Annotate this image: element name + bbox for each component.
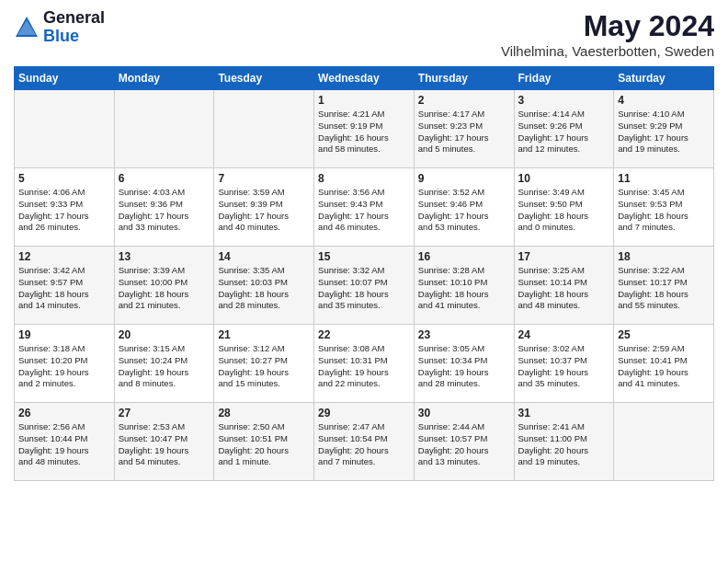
calendar-body: 1Sunrise: 4:21 AM Sunset: 9:19 PM Daylig… bbox=[15, 90, 714, 481]
calendar-cell bbox=[114, 90, 214, 168]
calendar-week-1: 1Sunrise: 4:21 AM Sunset: 9:19 PM Daylig… bbox=[15, 90, 714, 168]
day-info: Sunrise: 2:50 AM Sunset: 10:51 PM Daylig… bbox=[218, 421, 310, 468]
calendar-cell: 20Sunrise: 3:15 AM Sunset: 10:24 PM Dayl… bbox=[114, 325, 214, 403]
logo-icon bbox=[14, 15, 40, 40]
calendar-week-3: 12Sunrise: 3:42 AM Sunset: 9:57 PM Dayli… bbox=[15, 247, 714, 325]
calendar-cell bbox=[214, 90, 314, 168]
day-number: 16 bbox=[418, 250, 510, 263]
day-number: 11 bbox=[618, 172, 710, 185]
calendar-week-5: 26Sunrise: 2:56 AM Sunset: 10:44 PM Dayl… bbox=[15, 403, 714, 481]
day-number: 27 bbox=[119, 407, 210, 419]
calendar-cell: 28Sunrise: 2:50 AM Sunset: 10:51 PM Dayl… bbox=[214, 403, 314, 481]
logo: General Blue bbox=[14, 9, 105, 46]
day-info: Sunrise: 3:25 AM Sunset: 10:14 PM Daylig… bbox=[518, 265, 610, 312]
day-info: Sunrise: 2:44 AM Sunset: 10:57 PM Daylig… bbox=[418, 421, 510, 468]
page-header: General Blue May 2024 Vilhelmina, Vaeste… bbox=[14, 9, 714, 59]
day-info: Sunrise: 3:39 AM Sunset: 10:00 PM Daylig… bbox=[119, 265, 210, 312]
day-info: Sunrise: 4:06 AM Sunset: 9:33 PM Dayligh… bbox=[18, 187, 110, 234]
logo-blue: Blue bbox=[43, 28, 105, 46]
day-info: Sunrise: 2:59 AM Sunset: 10:41 PM Daylig… bbox=[618, 343, 710, 390]
calendar-cell: 6Sunrise: 4:03 AM Sunset: 9:36 PM Daylig… bbox=[114, 168, 214, 247]
day-number: 31 bbox=[518, 407, 610, 419]
day-number: 3 bbox=[518, 94, 610, 107]
calendar-cell: 2Sunrise: 4:17 AM Sunset: 9:23 PM Daylig… bbox=[414, 90, 514, 168]
calendar-cell: 1Sunrise: 4:21 AM Sunset: 9:19 PM Daylig… bbox=[314, 90, 415, 168]
day-number: 15 bbox=[318, 250, 410, 263]
day-number: 14 bbox=[218, 250, 310, 263]
day-info: Sunrise: 4:14 AM Sunset: 9:26 PM Dayligh… bbox=[518, 109, 610, 155]
calendar-cell: 27Sunrise: 2:53 AM Sunset: 10:47 PM Dayl… bbox=[114, 403, 214, 481]
day-number: 17 bbox=[518, 250, 610, 263]
day-info: Sunrise: 3:12 AM Sunset: 10:27 PM Daylig… bbox=[218, 343, 310, 390]
calendar-cell: 31Sunrise: 2:41 AM Sunset: 11:00 PM Dayl… bbox=[514, 403, 614, 481]
day-number: 8 bbox=[318, 172, 410, 185]
calendar-cell: 12Sunrise: 3:42 AM Sunset: 9:57 PM Dayli… bbox=[15, 247, 115, 325]
day-number: 25 bbox=[618, 328, 710, 341]
calendar-cell: 26Sunrise: 2:56 AM Sunset: 10:44 PM Dayl… bbox=[15, 403, 115, 481]
day-number: 26 bbox=[18, 407, 110, 419]
weekday-monday: Monday bbox=[114, 67, 214, 90]
day-info: Sunrise: 2:47 AM Sunset: 10:54 PM Daylig… bbox=[318, 421, 410, 468]
title-block: May 2024 Vilhelmina, Vaesterbotten, Swed… bbox=[501, 9, 714, 59]
day-number: 2 bbox=[418, 94, 510, 107]
day-info: Sunrise: 3:42 AM Sunset: 9:57 PM Dayligh… bbox=[18, 265, 110, 312]
calendar-cell: 4Sunrise: 4:10 AM Sunset: 9:29 PM Daylig… bbox=[614, 90, 714, 168]
day-info: Sunrise: 3:02 AM Sunset: 10:37 PM Daylig… bbox=[518, 343, 610, 390]
calendar-cell: 8Sunrise: 3:56 AM Sunset: 9:43 PM Daylig… bbox=[314, 168, 415, 247]
weekday-sunday: Sunday bbox=[15, 67, 115, 90]
calendar-cell: 24Sunrise: 3:02 AM Sunset: 10:37 PM Dayl… bbox=[514, 325, 614, 403]
day-number: 9 bbox=[418, 172, 510, 185]
day-info: Sunrise: 3:15 AM Sunset: 10:24 PM Daylig… bbox=[119, 343, 210, 390]
day-number: 23 bbox=[418, 328, 510, 341]
day-info: Sunrise: 4:21 AM Sunset: 9:19 PM Dayligh… bbox=[318, 109, 410, 155]
weekday-tuesday: Tuesday bbox=[214, 67, 314, 90]
day-info: Sunrise: 3:28 AM Sunset: 10:10 PM Daylig… bbox=[418, 265, 510, 312]
day-info: Sunrise: 3:35 AM Sunset: 10:03 PM Daylig… bbox=[218, 265, 310, 312]
calendar-cell: 10Sunrise: 3:49 AM Sunset: 9:50 PM Dayli… bbox=[514, 168, 614, 247]
day-info: Sunrise: 3:18 AM Sunset: 10:20 PM Daylig… bbox=[18, 343, 110, 390]
weekday-wednesday: Wednesday bbox=[314, 67, 415, 90]
calendar-cell: 21Sunrise: 3:12 AM Sunset: 10:27 PM Dayl… bbox=[214, 325, 314, 403]
calendar-cell: 5Sunrise: 4:06 AM Sunset: 9:33 PM Daylig… bbox=[15, 168, 115, 247]
calendar-cell: 17Sunrise: 3:25 AM Sunset: 10:14 PM Dayl… bbox=[514, 247, 614, 325]
weekday-thursday: Thursday bbox=[414, 67, 514, 90]
calendar-cell: 16Sunrise: 3:28 AM Sunset: 10:10 PM Dayl… bbox=[414, 247, 514, 325]
calendar-week-4: 19Sunrise: 3:18 AM Sunset: 10:20 PM Dayl… bbox=[15, 325, 714, 403]
day-number: 21 bbox=[218, 328, 310, 341]
day-number: 5 bbox=[18, 172, 110, 185]
calendar-cell: 18Sunrise: 3:22 AM Sunset: 10:17 PM Dayl… bbox=[614, 247, 714, 325]
day-number: 19 bbox=[18, 328, 110, 341]
calendar-cell: 19Sunrise: 3:18 AM Sunset: 10:20 PM Dayl… bbox=[15, 325, 115, 403]
weekday-saturday: Saturday bbox=[614, 67, 714, 90]
calendar-cell: 13Sunrise: 3:39 AM Sunset: 10:00 PM Dayl… bbox=[114, 247, 214, 325]
day-info: Sunrise: 2:41 AM Sunset: 11:00 PM Daylig… bbox=[518, 421, 610, 468]
day-info: Sunrise: 4:17 AM Sunset: 9:23 PM Dayligh… bbox=[418, 109, 510, 155]
calendar-cell: 23Sunrise: 3:05 AM Sunset: 10:34 PM Dayl… bbox=[414, 325, 514, 403]
day-info: Sunrise: 3:52 AM Sunset: 9:46 PM Dayligh… bbox=[418, 187, 510, 234]
day-info: Sunrise: 3:56 AM Sunset: 9:43 PM Dayligh… bbox=[318, 187, 410, 234]
day-info: Sunrise: 3:05 AM Sunset: 10:34 PM Daylig… bbox=[418, 343, 510, 390]
day-info: Sunrise: 2:53 AM Sunset: 10:47 PM Daylig… bbox=[119, 421, 210, 468]
calendar-cell: 14Sunrise: 3:35 AM Sunset: 10:03 PM Dayl… bbox=[214, 247, 314, 325]
calendar-week-2: 5Sunrise: 4:06 AM Sunset: 9:33 PM Daylig… bbox=[15, 168, 714, 247]
logo-general: General bbox=[43, 9, 105, 28]
calendar-cell: 15Sunrise: 3:32 AM Sunset: 10:07 PM Dayl… bbox=[314, 247, 415, 325]
day-number: 20 bbox=[119, 328, 210, 341]
calendar-cell: 9Sunrise: 3:52 AM Sunset: 9:46 PM Daylig… bbox=[414, 168, 514, 247]
calendar-cell: 7Sunrise: 3:59 AM Sunset: 9:39 PM Daylig… bbox=[214, 168, 314, 247]
calendar-cell: 29Sunrise: 2:47 AM Sunset: 10:54 PM Dayl… bbox=[314, 403, 415, 481]
calendar-cell bbox=[15, 90, 115, 168]
calendar-cell bbox=[614, 403, 714, 481]
day-number: 22 bbox=[318, 328, 410, 341]
calendar-location: Vilhelmina, Vaesterbotten, Sweden bbox=[501, 43, 714, 59]
logo-text: General Blue bbox=[43, 9, 105, 46]
day-number: 1 bbox=[318, 94, 410, 107]
calendar-cell: 3Sunrise: 4:14 AM Sunset: 9:26 PM Daylig… bbox=[514, 90, 614, 168]
day-number: 28 bbox=[218, 407, 310, 419]
day-number: 6 bbox=[119, 172, 210, 185]
day-number: 4 bbox=[618, 94, 710, 107]
day-info: Sunrise: 3:45 AM Sunset: 9:53 PM Dayligh… bbox=[618, 187, 710, 234]
calendar-cell: 30Sunrise: 2:44 AM Sunset: 10:57 PM Dayl… bbox=[414, 403, 514, 481]
day-info: Sunrise: 3:22 AM Sunset: 10:17 PM Daylig… bbox=[618, 265, 710, 312]
day-number: 24 bbox=[518, 328, 610, 341]
